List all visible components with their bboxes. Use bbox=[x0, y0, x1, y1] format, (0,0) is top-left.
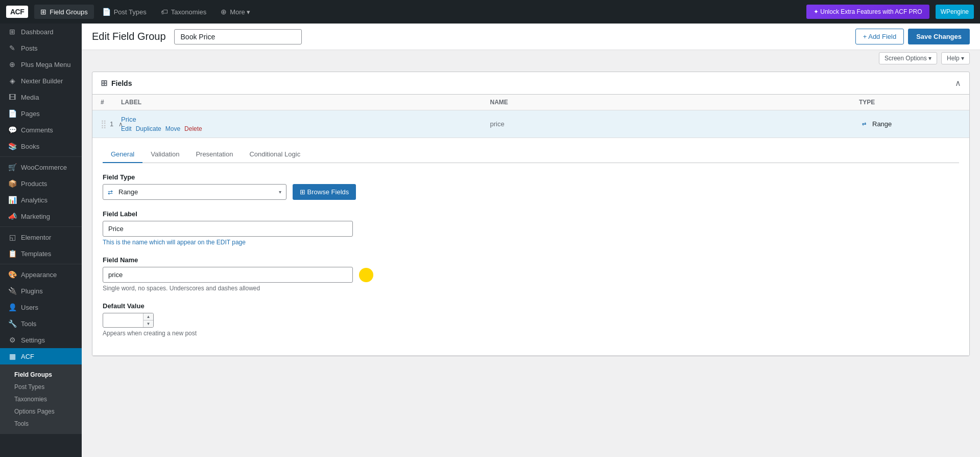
field-type-label: Field Type bbox=[103, 173, 959, 181]
sub-sidebar-post-types[interactable]: Post Types bbox=[0, 381, 82, 393]
save-changes-button[interactable]: Save Changes bbox=[908, 29, 970, 44]
tab-conditional-logic[interactable]: Conditional Logic bbox=[241, 146, 308, 163]
sidebar-item-books[interactable]: 📚 Books bbox=[0, 138, 82, 154]
field-edit-link[interactable]: Edit bbox=[121, 125, 132, 132]
field-groups-icon: ⊞ bbox=[40, 8, 46, 16]
tab-presentation[interactable]: Presentation bbox=[187, 146, 241, 163]
sidebar-item-settings-label: Settings bbox=[21, 336, 45, 344]
add-field-button[interactable]: + Add Field bbox=[855, 29, 904, 44]
plugins-icon: 🔌 bbox=[8, 287, 17, 295]
sub-sidebar-options-pages[interactable]: Options Pages bbox=[0, 405, 82, 418]
sub-sidebar-tools[interactable]: Tools bbox=[0, 418, 82, 430]
sidebar-item-users[interactable]: 👤 Users bbox=[0, 299, 82, 315]
templates-icon: 📋 bbox=[8, 249, 17, 258]
field-row-num: ⣿ 1 ∧ bbox=[101, 119, 121, 129]
sidebar-item-analytics[interactable]: 📊 Analytics bbox=[0, 192, 82, 208]
field-type-cell: ⇄ Range bbox=[859, 119, 961, 129]
main-content: ⊞ Fields ∧ # Label Name Type ⣿ bbox=[82, 66, 980, 367]
sidebar-item-dashboard[interactable]: ⊞ Dashboard bbox=[0, 24, 82, 40]
wp-engine-button[interactable]: WPengine bbox=[936, 5, 974, 19]
sidebar-item-marketing-label: Marketing bbox=[21, 213, 50, 220]
col-hash: # bbox=[101, 99, 121, 106]
header-actions: + Add Field Save Changes bbox=[855, 29, 970, 44]
products-icon: 📦 bbox=[8, 179, 17, 188]
default-value-hint: Appears when creating a new post bbox=[103, 330, 959, 337]
field-group-name-input[interactable] bbox=[174, 29, 302, 44]
highlight-dot bbox=[359, 268, 373, 282]
sidebar-item-plugins[interactable]: 🔌 Plugins bbox=[0, 283, 82, 299]
nav-tab-field-groups-label: Field Groups bbox=[50, 8, 87, 16]
nav-tab-taxonomies[interactable]: 🏷 Taxonomies bbox=[155, 5, 212, 19]
plus-mega-menu-icon: ⊕ bbox=[8, 60, 17, 68]
field-delete-link[interactable]: Delete bbox=[184, 125, 202, 132]
col-type: Type bbox=[859, 99, 961, 106]
field-name-input[interactable] bbox=[103, 267, 353, 283]
sidebar-item-woocommerce-label: WooCommerce bbox=[21, 164, 67, 171]
analytics-icon: 📊 bbox=[8, 196, 17, 204]
sidebar-item-media-label: Media bbox=[21, 94, 39, 101]
help-button[interactable]: Help ▾ bbox=[941, 52, 970, 64]
field-label-input[interactable] bbox=[103, 221, 353, 237]
spinner-down-button[interactable]: ▼ bbox=[144, 321, 153, 327]
unlock-pro-button[interactable]: ✦ Unlock Extra Features with ACF PRO bbox=[806, 5, 929, 19]
tools-icon: 🔧 bbox=[8, 319, 17, 328]
field-move-link[interactable]: Move bbox=[165, 125, 180, 132]
tab-general[interactable]: General bbox=[103, 146, 142, 163]
sidebar-item-appearance-label: Appearance bbox=[21, 271, 57, 279]
sidebar-item-plus-mega-menu[interactable]: ⊕ Plus Mega Menu bbox=[0, 56, 82, 73]
sidebar-divider-3 bbox=[0, 264, 82, 264]
sidebar-item-templates[interactable]: 📋 Templates bbox=[0, 245, 82, 262]
screen-options-button[interactable]: Screen Options ▾ bbox=[879, 52, 937, 64]
field-duplicate-link[interactable]: Duplicate bbox=[136, 125, 161, 132]
sub-sidebar-taxonomies[interactable]: Taxonomies bbox=[0, 393, 82, 405]
sidebar-item-pages-label: Pages bbox=[21, 110, 40, 118]
tab-validation[interactable]: Validation bbox=[142, 146, 187, 163]
sidebar-item-appearance[interactable]: 🎨 Appearance bbox=[0, 266, 82, 283]
nexter-builder-icon: ◈ bbox=[8, 77, 17, 85]
drag-handle-icon[interactable]: ⣿ bbox=[101, 119, 107, 129]
sidebar-item-nexter-builder[interactable]: ◈ Nexter Builder bbox=[0, 73, 82, 89]
nav-tab-more[interactable]: ⊕ More ▾ bbox=[214, 5, 256, 19]
sub-sidebar: Field Groups Post Types Taxonomies Optio… bbox=[0, 364, 82, 434]
taxonomies-icon: 🏷 bbox=[161, 8, 168, 16]
nav-tab-post-types[interactable]: 📄 Post Types bbox=[96, 5, 153, 19]
sidebar-item-acf[interactable]: ▦ ACF bbox=[0, 348, 82, 364]
sidebar-item-settings[interactable]: ⚙ Settings bbox=[0, 332, 82, 348]
field-row-main: ⣿ 1 ∧ Price Edit Duplicate Move Delete bbox=[92, 110, 969, 138]
sidebar: ⊞ Dashboard ✎ Posts ⊕ Plus Mega Menu ◈ N… bbox=[0, 24, 82, 457]
spinner-up-button[interactable]: ▲ bbox=[144, 313, 153, 321]
elementor-icon: ◱ bbox=[8, 233, 17, 241]
edit-tabs: General Validation Presentation Conditio… bbox=[103, 146, 959, 163]
field-type-select-wrap: ⇄ Range ▾ bbox=[103, 184, 286, 200]
sidebar-item-templates-label: Templates bbox=[21, 250, 51, 258]
sidebar-item-marketing[interactable]: 📣 Marketing bbox=[0, 208, 82, 224]
field-label-form-row: Field Label This is the name which will … bbox=[103, 210, 959, 246]
sidebar-item-products-label: Products bbox=[21, 180, 47, 188]
collapse-button[interactable]: ∧ bbox=[955, 78, 961, 88]
sidebar-item-pages[interactable]: 📄 Pages bbox=[0, 105, 82, 122]
sidebar-item-media[interactable]: 🎞 Media bbox=[0, 89, 82, 105]
col-label: Label bbox=[121, 99, 490, 106]
sidebar-item-elementor[interactable]: ◱ Elementor bbox=[0, 229, 82, 245]
field-type-select[interactable]: Range bbox=[103, 184, 286, 200]
sidebar-item-comments[interactable]: 💬 Comments bbox=[0, 122, 82, 138]
sidebar-item-posts[interactable]: ✎ Posts bbox=[0, 40, 82, 56]
field-name-form-row: Field Name Single word, no spaces. Under… bbox=[103, 256, 959, 292]
page-title: Edit Field Group bbox=[92, 31, 166, 42]
fields-box-title: ⊞ Fields bbox=[101, 78, 132, 88]
sub-sidebar-field-groups[interactable]: Field Groups bbox=[0, 369, 82, 381]
sidebar-item-elementor-label: Elementor bbox=[21, 234, 51, 241]
sidebar-item-products[interactable]: 📦 Products bbox=[0, 175, 82, 192]
nav-tab-field-groups[interactable]: ⊞ Field Groups bbox=[34, 5, 93, 19]
sidebar-item-tools[interactable]: 🔧 Tools bbox=[0, 315, 82, 332]
browse-fields-button[interactable]: ⊞ Browse Fields bbox=[293, 184, 356, 200]
pages-icon: 📄 bbox=[8, 109, 17, 118]
number-input-wrap: ▲ ▼ bbox=[103, 313, 154, 328]
default-value-label: Default Value bbox=[103, 302, 959, 310]
default-value-form-row: Default Value ▲ ▼ Appears when creating … bbox=[103, 302, 959, 337]
sidebar-item-plus-mega-menu-label: Plus Mega Menu bbox=[21, 61, 71, 68]
sidebar-item-woocommerce[interactable]: 🛒 WooCommerce bbox=[0, 159, 82, 175]
media-icon: 🎞 bbox=[8, 93, 17, 101]
field-label[interactable]: Price bbox=[121, 116, 490, 123]
fields-box-header: ⊞ Fields ∧ bbox=[92, 72, 969, 95]
